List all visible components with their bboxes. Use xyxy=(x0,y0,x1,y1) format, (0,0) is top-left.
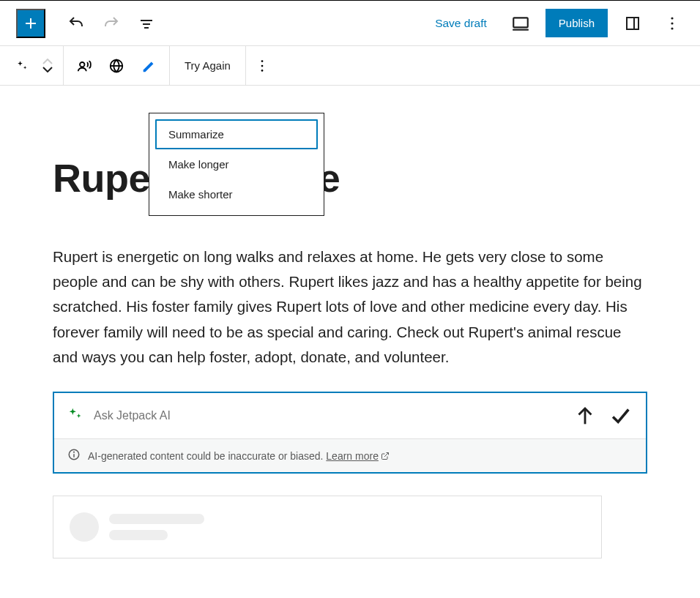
publish-button[interactable]: Publish xyxy=(546,9,608,37)
more-options-button[interactable] xyxy=(658,9,687,38)
ai-length-dropdown: Summarize Make longer Make shorter xyxy=(149,113,324,216)
post-title[interactable]: Rupert's Future xyxy=(53,155,647,201)
placeholder-line xyxy=(109,514,204,524)
ai-green-sparkle-icon xyxy=(67,406,83,425)
try-again-button[interactable]: Try Again xyxy=(170,46,246,86)
ai-prompt-input[interactable] xyxy=(94,409,562,422)
block-more-options[interactable] xyxy=(246,46,278,86)
placeholder-line xyxy=(109,530,168,540)
dropdown-item-summarize[interactable]: Summarize xyxy=(155,119,318,149)
toolbar-left xyxy=(16,9,161,38)
svg-rect-5 xyxy=(513,18,528,27)
learn-more-link[interactable]: Learn more xyxy=(326,450,390,462)
move-up-button[interactable] xyxy=(42,58,53,66)
placeholder-avatar xyxy=(70,512,99,542)
toolbar-right: Save draft Publish xyxy=(426,9,687,38)
ai-disclaimer: AI-generated content could be inaccurate… xyxy=(54,438,646,472)
loading-placeholder-block xyxy=(53,496,602,558)
ai-sparkle-icon[interactable] xyxy=(6,46,38,86)
document-overview-button[interactable] xyxy=(132,9,161,38)
move-block-controls xyxy=(38,58,57,74)
save-draft-button[interactable]: Save draft xyxy=(426,11,496,36)
ai-send-up-button[interactable] xyxy=(573,403,597,428)
settings-panel-toggle[interactable] xyxy=(618,9,647,38)
svg-rect-7 xyxy=(627,18,638,29)
add-block-button[interactable] xyxy=(16,9,45,38)
svg-point-9 xyxy=(671,17,673,19)
svg-point-12 xyxy=(80,61,84,66)
svg-point-16 xyxy=(261,70,263,72)
top-toolbar: Save draft Publish xyxy=(0,1,700,46)
svg-point-11 xyxy=(671,27,673,29)
translate-button[interactable] xyxy=(100,46,133,86)
info-icon xyxy=(67,448,81,463)
svg-point-20 xyxy=(74,452,75,452)
ai-accept-button[interactable] xyxy=(608,403,633,428)
ai-disclaimer-text: AI-generated content could be inaccurate… xyxy=(88,450,323,462)
svg-point-15 xyxy=(261,64,263,67)
redo-button[interactable] xyxy=(97,9,126,38)
svg-point-10 xyxy=(671,22,673,24)
svg-point-14 xyxy=(261,60,263,62)
block-toolbar: Try Again xyxy=(0,46,700,86)
voice-tone-button[interactable] xyxy=(68,46,100,86)
preview-button[interactable] xyxy=(506,9,535,38)
post-body[interactable]: Rupert is energetic on long walks and re… xyxy=(53,244,647,370)
dropdown-item-make-longer[interactable]: Make longer xyxy=(155,149,318,179)
dropdown-item-make-shorter[interactable]: Make shorter xyxy=(155,179,318,209)
improve-writing-button[interactable] xyxy=(133,46,165,86)
ai-assistant-block: AI-generated content could be inaccurate… xyxy=(53,392,647,474)
move-down-button[interactable] xyxy=(42,66,53,74)
undo-button[interactable] xyxy=(62,9,91,38)
